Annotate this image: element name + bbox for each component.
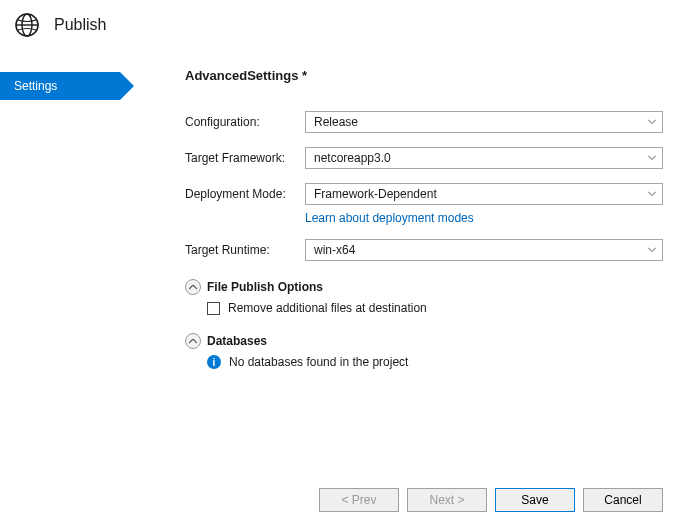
dialog-footer: < Prev Next > Save Cancel [319,488,663,512]
row-configuration: Configuration: Release [185,111,663,133]
select-value: Release [314,112,358,132]
prev-button[interactable]: < Prev [319,488,399,512]
label-deployment-mode: Deployment Mode: [185,187,305,201]
row-target-framework: Target Framework: netcoreapp3.0 [185,147,663,169]
row-deployment-link: Learn about deployment modes [305,211,663,225]
row-target-runtime: Target Runtime: win-x64 [185,239,663,261]
link-deployment-modes[interactable]: Learn about deployment modes [305,211,474,225]
sidebar: Settings [0,58,145,460]
main-panel: AdvancedSettings * Configuration: Releas… [145,58,685,460]
chevron-up-icon [189,339,197,344]
select-configuration[interactable]: Release [305,111,663,133]
save-button[interactable]: Save [495,488,575,512]
sidebar-item-label: Settings [14,79,57,93]
chevron-down-icon [648,120,656,125]
chevron-down-icon [648,156,656,161]
page-title: AdvancedSettings * [185,68,663,83]
section-title-databases: Databases [207,334,267,348]
section-title-file-publish: File Publish Options [207,280,323,294]
chevron-up-icon [189,285,197,290]
select-value: win-x64 [314,240,355,260]
section-body-databases: i No databases found in the project [207,355,663,369]
select-value: netcoreapp3.0 [314,148,391,168]
label-configuration: Configuration: [185,115,305,129]
globe-icon [14,12,40,38]
section-head-file-publish: File Publish Options [185,279,663,295]
section-head-databases: Databases [185,333,663,349]
cancel-button[interactable]: Cancel [583,488,663,512]
info-icon: i [207,355,221,369]
select-value: Framework-Dependent [314,184,437,204]
expander-file-publish[interactable] [185,279,201,295]
databases-message: No databases found in the project [229,355,408,369]
select-target-runtime[interactable]: win-x64 [305,239,663,261]
section-databases: Databases i No databases found in the pr… [185,333,663,369]
select-target-framework[interactable]: netcoreapp3.0 [305,147,663,169]
dialog-header: Publish [0,0,685,58]
checkbox-remove-additional-files[interactable] [207,302,220,315]
section-file-publish: File Publish Options Remove additional f… [185,279,663,315]
section-body-file-publish: Remove additional files at destination [207,301,663,315]
select-deployment-mode[interactable]: Framework-Dependent [305,183,663,205]
sidebar-item-settings[interactable]: Settings [0,72,120,100]
expander-databases[interactable] [185,333,201,349]
dialog-content: Settings AdvancedSettings * Configuratio… [0,58,685,460]
row-deployment-mode: Deployment Mode: Framework-Dependent [185,183,663,205]
next-button[interactable]: Next > [407,488,487,512]
label-target-runtime: Target Runtime: [185,243,305,257]
dialog-title: Publish [54,16,106,34]
label-target-framework: Target Framework: [185,151,305,165]
chevron-down-icon [648,248,656,253]
chevron-down-icon [648,192,656,197]
checkbox-label: Remove additional files at destination [228,301,427,315]
